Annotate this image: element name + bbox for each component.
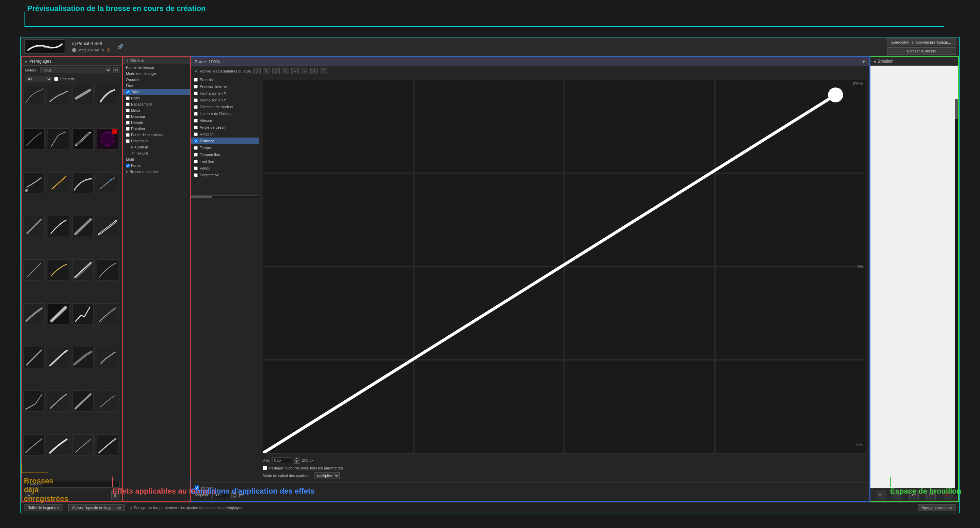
list-item[interactable] [24,85,45,106]
brush-category-select[interactable]: All [25,76,52,82]
param-perspective[interactable]: Perspective [191,172,259,179]
list-item[interactable]: × × [97,128,118,150]
force-dropdown-icon[interactable]: ▼ [861,59,866,64]
stylo-icon-7[interactable]: ↗ [310,68,318,74]
pression-cb[interactable] [194,78,198,82]
effect-item-douceur[interactable]: Douceur [123,113,190,120]
list-item[interactable] [48,172,69,193]
list-item[interactable] [24,347,45,368]
taille-checkbox[interactable] [126,90,130,94]
param-scroll-thumb[interactable] [191,196,212,198]
effect-item-miroir[interactable]: Miroir [123,107,190,113]
list-item[interactable] [97,434,118,456]
stylo-icon-4[interactable]: ╲ [282,68,289,74]
distance-cb[interactable] [194,139,198,143]
effect-item-espacement[interactable]: Espacement [123,101,190,107]
spin-down[interactable]: ▼ [294,460,299,464]
list-item[interactable] [73,391,94,412]
nettete-checkbox[interactable] [126,121,130,124]
douceur-checkbox[interactable] [126,115,130,118]
param-angle[interactable]: Angle de dessin [191,124,259,131]
link-icon[interactable]: 🔗 [118,44,123,49]
stylo-icon-5[interactable]: ⌣ [291,68,299,74]
hauteur-cb[interactable] [194,112,198,116]
param-rotation[interactable]: Rotation [191,131,259,137]
list-item[interactable] [48,85,69,106]
param-temps[interactable]: Temps [191,144,259,151]
force-checkbox[interactable] [126,164,130,167]
brouillon-canvas[interactable] [870,66,958,488]
list-item[interactable] [48,391,69,412]
list-item[interactable] [48,216,69,237]
list-item[interactable] [24,172,45,193]
rotation-cb[interactable] [194,132,198,136]
list-item[interactable] [73,347,94,368]
etiquette-checkbox[interactable] [54,77,58,81]
list-item[interactable] [73,303,94,324]
list-item[interactable] [48,259,69,281]
param-direction[interactable]: Direction de l'inclina [191,104,259,110]
list-item[interactable] [97,85,118,106]
list-item[interactable] [97,391,118,412]
param-vitesse[interactable]: Vitesse [191,117,259,124]
motor-filter-select[interactable]: Tous [40,67,111,73]
curve-x-mid-input[interactable] [272,457,291,463]
list-item[interactable] [48,303,69,324]
param-scroll-bar[interactable] [191,195,259,198]
effect-item-force[interactable]: Force [123,163,190,169]
list-item[interactable] [73,434,94,456]
stylo-icon-6[interactable]: ⌢ [301,68,308,74]
vitesse-cb[interactable] [194,119,198,123]
curve-x-mid-spinner[interactable]: ▲ ▼ [294,457,299,464]
list-item[interactable] [24,259,45,281]
list-item[interactable] [24,434,45,456]
effect-item-taille[interactable]: Taille [123,89,190,95]
scroll-thumb[interactable] [955,99,958,119]
effect-item-mode[interactable]: Mode de mélange [123,70,190,77]
stylo-icon-3[interactable]: ╱ [272,68,280,74]
delete-brush-icon[interactable]: × [113,129,118,134]
list-item[interactable] [97,303,118,324]
scroll-bar[interactable] [955,99,958,496]
effects-collapse-arrow[interactable]: ▼ [126,59,129,62]
ratio-checkbox[interactable] [126,96,130,100]
perspective-cb[interactable] [194,173,198,177]
presets-arrow[interactable]: ▶ [25,59,27,63]
effect-item-motif[interactable]: Motif [123,156,190,163]
inclinaison-x-cb[interactable] [194,92,198,95]
list-item[interactable] [73,85,94,106]
trait-flou-cb[interactable] [194,160,198,163]
param-pression[interactable]: Pression [191,76,259,83]
copy-settings-icon[interactable]: ⧉ [113,67,119,73]
stylo-icon-8[interactable]: ⌒ [320,68,327,74]
temps-cb[interactable] [194,146,198,150]
effect-item-force-lumino[interactable]: Force de la lumino... [123,132,190,138]
effect-item-opacite[interactable]: Opacité [123,77,190,83]
fondu-cb[interactable] [194,166,198,170]
param-distance[interactable]: Distance [191,137,259,144]
refresh-icon[interactable]: ↻ [101,48,105,53]
effect-item-dispersion[interactable]: Dispersion [123,138,190,144]
param-trait-flou[interactable]: Trait flou [191,158,259,165]
direction-cb[interactable] [194,105,198,109]
list-item[interactable] [73,172,94,193]
effect-item-brosse-masquee[interactable]: ▶ Brosse masquée [123,169,190,175]
list-item[interactable] [73,216,94,237]
overwrite-brush-button[interactable]: Écraser la brosse [888,47,956,55]
effect-item-nettete[interactable]: Netteté [123,120,190,126]
brosse-masquee-arrow[interactable]: ▶ [126,170,128,173]
list-item[interactable] [24,216,45,237]
list-item[interactable] [97,347,118,368]
param-inclinaison-y[interactable]: Inclinaison en Y [191,97,259,104]
param-pression-interne[interactable]: Pression interne [191,83,259,90]
tampon-flou-cb[interactable] [194,153,198,156]
dispersion-checkbox[interactable] [126,139,130,143]
miroir-checkbox[interactable] [126,108,130,112]
list-item[interactable] [73,128,94,150]
effect-item-texture[interactable]: ▼ Texture [129,150,190,156]
eraser-size-button[interactable]: Taille de la gomme [24,504,63,511]
espacement-checkbox[interactable] [126,102,130,106]
eraser-opacity-button[interactable]: Activer l'opacité de la gomme [68,504,124,511]
effect-item-ratio[interactable]: Ratio [123,95,190,101]
effect-item-flux[interactable]: Flux [123,83,190,89]
